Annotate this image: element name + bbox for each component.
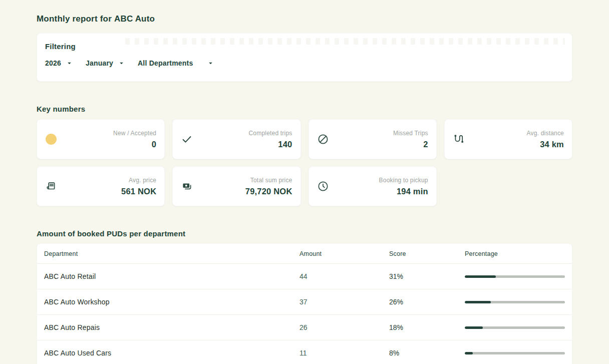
route-icon: [453, 133, 465, 145]
department-table-body: ABC Auto Retail 44 31% ABC Auto Workshop…: [37, 264, 572, 364]
column-header-department: Department: [44, 250, 299, 257]
score-cell: 18%: [389, 323, 465, 331]
key-number-label: Completed trips: [248, 130, 292, 137]
year-dropdown[interactable]: 2026: [45, 59, 72, 67]
receipt-icon: [45, 180, 57, 192]
key-number-card: New / Accepted 0: [37, 119, 165, 159]
department-table: Department Amount Score Percentage ABC A…: [37, 243, 572, 364]
department-table-heading: Amount of booked PUDs per department: [37, 229, 572, 238]
amount-cell: 44: [299, 272, 389, 280]
key-number-value: 2: [393, 140, 428, 149]
clock-icon: [317, 180, 329, 192]
column-header-percentage: Percentage: [465, 250, 565, 257]
key-number-card: Missed Trips 2: [309, 119, 437, 159]
column-header-score: Score: [389, 250, 465, 257]
key-number-card: Booking to pickup 194 min: [309, 166, 437, 206]
department-name-cell: ABC Auto Retail: [44, 272, 299, 280]
filtering-title: Filtering: [45, 42, 564, 51]
month-dropdown[interactable]: January: [86, 59, 124, 67]
amount-cell: 26: [299, 323, 389, 331]
page-title: Monthly report for ABC Auto: [37, 14, 572, 24]
key-number-label: Booking to pickup: [379, 177, 428, 184]
key-number-label: Avg. price: [121, 177, 156, 184]
department-dropdown-value: All Departments: [138, 59, 193, 67]
page-title-prefix: Monthly report for: [37, 14, 112, 24]
cancel-circle-icon: [317, 133, 329, 145]
percentage-bar: [465, 326, 565, 329]
filter-controls: 2026 January All Departments: [45, 59, 564, 67]
chevron-down-icon: [67, 61, 72, 66]
amount-cell: 37: [299, 298, 389, 306]
key-number-value: 140: [248, 140, 292, 149]
key-numbers-grid: New / Accepted 0 Completed trips 140 Mis…: [37, 119, 572, 206]
score-cell: 31%: [389, 272, 465, 280]
percentage-bar-fill: [465, 275, 496, 278]
filtering-card: Filtering 2026 January All Departments: [37, 33, 572, 82]
key-number-card: Avg. price 561 NOK: [37, 166, 165, 206]
percentage-bar: [465, 275, 565, 278]
report-page: Monthly report for ABC Auto Filtering 20…: [0, 14, 609, 364]
chevron-down-icon: [119, 61, 124, 66]
percentage-bar: [465, 352, 565, 354]
key-number-card: Completed trips 140: [172, 119, 300, 159]
key-number-card: Total sum price 79,720 NOK: [172, 166, 300, 206]
key-number-label: New / Accepted: [113, 130, 156, 137]
key-number-label: Missed Trips: [393, 130, 428, 137]
table-row: ABC Auto Repais 26 18%: [37, 315, 572, 340]
page-title-company: ABC Auto: [114, 14, 155, 24]
department-name-cell: ABC Auto Repais: [44, 323, 299, 331]
key-number-card: Avg. distance 34 km: [444, 119, 572, 159]
score-cell: 8%: [389, 349, 465, 357]
table-row: ABC Auto Workshop 37 26%: [37, 289, 572, 315]
key-number-value: 194 min: [379, 187, 428, 196]
year-dropdown-value: 2026: [45, 59, 61, 67]
key-number-value: 34 km: [527, 140, 564, 149]
check-icon: [181, 133, 193, 145]
column-header-amount: Amount: [299, 250, 389, 257]
department-dropdown[interactable]: All Departments: [138, 59, 213, 67]
key-number-label: Avg. distance: [527, 130, 564, 137]
percentage-bar-fill: [465, 352, 473, 354]
amount-cell: 11: [299, 349, 389, 357]
new-accepted-dot-icon: [45, 133, 57, 145]
percentage-bar: [465, 301, 565, 303]
key-number-value: 79,720 NOK: [245, 187, 292, 196]
department-name-cell: ABC Auto Workshop: [44, 298, 299, 306]
cash-icon: [181, 180, 193, 192]
month-dropdown-value: January: [86, 59, 113, 67]
key-number-label: Total sum price: [245, 177, 292, 184]
key-number-value: 561 NOK: [121, 187, 156, 196]
chevron-down-icon: [208, 61, 213, 66]
department-name-cell: ABC Auto Used Cars: [44, 349, 299, 357]
department-table-header: Department Amount Score Percentage: [37, 244, 572, 264]
key-numbers-heading: Key numbers: [37, 105, 572, 114]
table-row: ABC Auto Retail 44 31%: [37, 264, 572, 289]
percentage-bar-fill: [465, 326, 483, 329]
score-cell: 26%: [389, 298, 465, 306]
table-row: ABC Auto Used Cars 11 8%: [37, 340, 572, 364]
percentage-bar-fill: [465, 301, 491, 303]
key-number-value: 0: [113, 140, 156, 149]
